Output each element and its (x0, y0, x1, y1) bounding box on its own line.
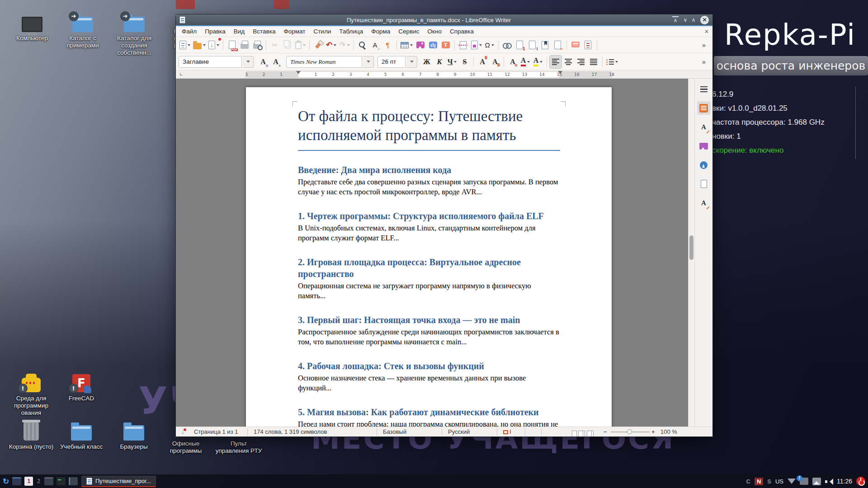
insert-chart-button[interactable] (427, 39, 439, 52)
font-size-combo[interactable]: 26 пт (377, 56, 406, 68)
sidebar-settings[interactable] (697, 82, 711, 96)
menu-item-10[interactable]: Справка (446, 26, 478, 37)
align-justify-button[interactable] (588, 56, 599, 68)
font-size-dropdown[interactable] (406, 56, 417, 68)
font-name-combo[interactable]: Times New Roman (286, 56, 362, 68)
menu-item-6[interactable]: Таблица (335, 26, 367, 37)
dark-app-window-icon[interactable] (12, 477, 21, 485)
redo-dropdown-arrow[interactable] (347, 44, 350, 47)
clone-formatting-button[interactable] (312, 39, 324, 52)
font-color-dropdown-arrow[interactable] (527, 61, 530, 64)
maximize-button[interactable]: ∧ (689, 16, 698, 24)
status-language[interactable]: Русский (448, 427, 470, 437)
desktop-icon-browsers-folder[interactable]: Браузеры (108, 418, 160, 450)
zoom-percent[interactable]: 100 % (660, 427, 677, 437)
insert-hyperlink-button[interactable] (501, 39, 513, 52)
save-button[interactable] (208, 39, 220, 52)
update-style-button[interactable]: A⊘ (257, 56, 269, 68)
paragraph-style-combo[interactable]: Заглавие (179, 56, 242, 68)
menu-item-0[interactable]: Файл (178, 26, 201, 37)
font-color-button[interactable]: A (519, 56, 531, 68)
desktop-icon-samples-folder[interactable]: ➔Каталог с примерами (57, 9, 108, 49)
terminal-icon[interactable] (57, 477, 66, 485)
file-manager-icon[interactable] (44, 477, 53, 485)
insert-special-character-dropdown-arrow[interactable] (491, 44, 494, 47)
text-editor-icon[interactable] (69, 477, 78, 485)
clear-formatting-button[interactable]: A⊘ (507, 56, 519, 68)
insert-table-dropdown-arrow[interactable] (410, 44, 413, 47)
insert-footnote-button[interactable]: 1 (514, 39, 526, 52)
insert-special-character-button[interactable]: Ω (484, 39, 495, 52)
single-page-view-icon[interactable] (572, 431, 577, 437)
navigator-tab[interactable] (697, 158, 711, 172)
font-name-dropdown[interactable] (363, 56, 374, 68)
insert-field-button[interactable] (470, 39, 483, 52)
insert-table-button[interactable] (400, 39, 414, 52)
shade-button[interactable]: ∧ (672, 16, 679, 23)
titlebar[interactable]: Путешествие_программы_в_память.docx - Li… (176, 14, 712, 26)
desktop-icon-school-class-folder[interactable]: Учебный класс (56, 418, 107, 450)
zoom-slider-knob[interactable] (627, 429, 632, 434)
menu-item-4[interactable]: Формат (279, 26, 309, 37)
highlighting-color-dropdown-arrow[interactable] (540, 61, 542, 64)
align-left-button[interactable] (550, 56, 561, 68)
menu-item-7[interactable]: Форма (367, 26, 394, 37)
desktop-icon-trash[interactable]: Корзина (пусто) (5, 418, 58, 450)
multi-page-view-icon[interactable] (578, 431, 583, 437)
vertical-scrollbar[interactable] (688, 79, 694, 427)
status-page[interactable]: Страница 1 из 1 (194, 427, 238, 437)
removable-media-icon[interactable] (812, 478, 821, 485)
desktop-icon-office-apps[interactable]: Офисные программы (159, 437, 212, 455)
volume-icon[interactable] (825, 478, 833, 485)
insert-text-box-button[interactable]: T (440, 39, 452, 52)
paste-dropdown-arrow[interactable] (303, 44, 306, 47)
menu-item-5[interactable]: Стили (309, 26, 335, 37)
insert-image-button[interactable] (415, 39, 426, 52)
menu-item-8[interactable]: Сервис (394, 26, 423, 37)
menu-item-2[interactable]: Вид (230, 26, 249, 37)
workspace-1-icon[interactable]: 1 (24, 477, 33, 486)
desktop-icon-own-projects-folder[interactable]: ➔Каталог для создания собственн... (108, 9, 160, 56)
insert-endnote-button[interactable]: i (527, 39, 538, 52)
status-selection-mode[interactable]: I (503, 427, 511, 437)
document-page[interactable]: От файла к процессу: Путешествие исполня… (246, 87, 612, 427)
insert-field-dropdown-arrow[interactable] (479, 44, 482, 47)
zoom-out-button[interactable]: − (604, 427, 607, 437)
scrollbar-thumb[interactable] (689, 235, 693, 260)
highlighting-color-button[interactable]: A (532, 56, 544, 68)
insert-cross-reference-button[interactable]: ← (552, 39, 564, 52)
style-inspector-tab[interactable]: A (697, 196, 711, 210)
styles-tab[interactable]: A (697, 120, 711, 134)
spelling-button[interactable]: A✓ (369, 39, 381, 52)
toolbar-overflow-button[interactable]: » (698, 39, 710, 52)
desktop-icon-freecad[interactable]: FFreeCAD (56, 370, 107, 402)
undo-button[interactable]: ↶ (325, 39, 337, 52)
formatting-overflow-button[interactable]: » (698, 56, 710, 68)
status-page-style[interactable]: Базовый (383, 427, 406, 437)
insert-comment-button[interactable] (570, 39, 581, 52)
book-view-icon[interactable] (587, 431, 592, 437)
properties-tab[interactable] (697, 101, 711, 115)
formatting-marks-button[interactable]: ¶ (382, 39, 394, 52)
modified-status-icon[interactable]: ↓ (181, 427, 187, 437)
paragraph-style-dropdown[interactable] (243, 56, 254, 68)
status-word-count[interactable]: 174 слова, 1 319 символов (254, 427, 327, 437)
insert-bookmark-button[interactable] (539, 39, 551, 52)
underline-button[interactable]: Ч (446, 56, 458, 68)
zoom-in-button[interactable]: + (651, 427, 655, 437)
gallery-tab[interactable] (697, 139, 711, 153)
minimize-button[interactable]: ∨ (681, 16, 689, 24)
desktop-icon-computer[interactable]: Компьютер (7, 9, 57, 42)
superscript-button[interactable]: AB (476, 56, 488, 68)
export-pdf-button[interactable]: PDF (226, 39, 238, 52)
network-icon[interactable] (788, 479, 796, 484)
print-button[interactable] (239, 39, 250, 52)
undo-dropdown-arrow[interactable] (334, 44, 336, 47)
clock[interactable]: 11:26 (837, 478, 852, 485)
menu-item-1[interactable]: Правка (201, 26, 230, 37)
indent-marker-left[interactable] (296, 71, 301, 76)
menu-item-3[interactable]: Вставка (249, 26, 279, 37)
notification-icon[interactable] (800, 478, 808, 485)
new-style-button[interactable]: A+ (270, 56, 282, 68)
align-center-button[interactable] (562, 56, 574, 68)
